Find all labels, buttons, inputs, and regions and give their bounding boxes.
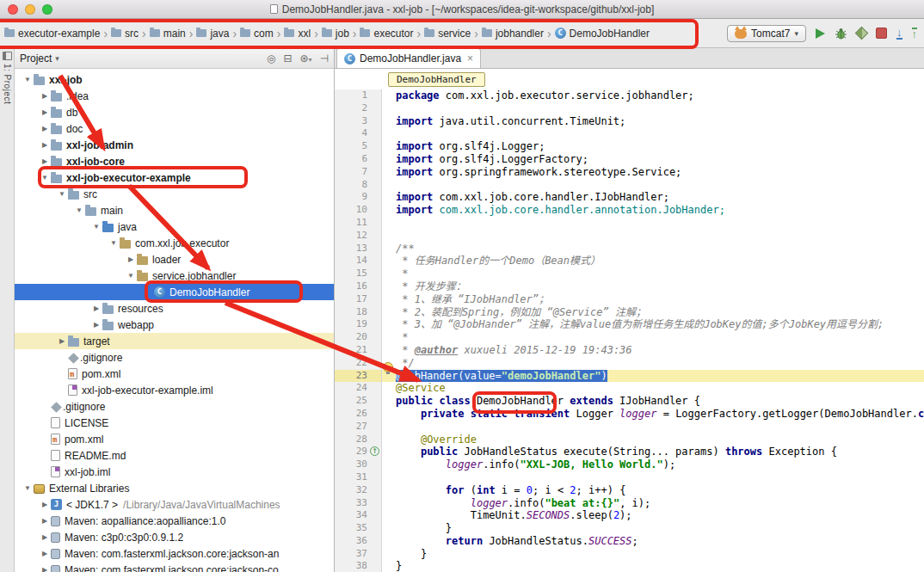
tree-item-license[interactable]: LICENSE (15, 415, 334, 431)
breadcrumb-item-com[interactable]: com (237, 26, 276, 41)
line-number-gutter[interactable]: 24 (335, 382, 382, 395)
line-number-gutter[interactable]: 19 (335, 318, 382, 331)
tree-toggle-icon[interactable]: ▶ (90, 304, 102, 312)
tree-toggle-icon[interactable]: ▶ (39, 92, 51, 100)
breadcrumb-item-xxl[interactable]: xxl (281, 26, 313, 41)
tree-item-java[interactable]: ▼java (15, 218, 334, 235)
settings-gear-icon[interactable]: ⊛▾ (299, 52, 311, 65)
line-number-gutter[interactable]: 7 (335, 166, 382, 179)
tree-item-xxl-job[interactable]: ▼xxl-job (15, 71, 334, 88)
code-text[interactable]: * (382, 268, 924, 280)
tree-toggle-icon[interactable]: ▼ (125, 272, 137, 280)
breadcrumb-item-executor-example[interactable]: executor-example (2, 26, 102, 41)
tree-item-idea[interactable]: ▶.idea (15, 88, 334, 104)
code-text[interactable]: return JobHandleStatus.SUCCESS; (382, 535, 924, 548)
vcs-commit-button[interactable]: ↑ (912, 28, 918, 40)
code-text[interactable]: logger.info("XXL-JOB, Hello World."); (382, 458, 924, 471)
code-text[interactable]: logger.info("beat at:{}", i); (382, 497, 924, 510)
code-text[interactable] (382, 217, 924, 230)
line-number-gutter[interactable]: 11 (335, 217, 382, 230)
code-text[interactable]: @Override (382, 434, 924, 446)
line-number-gutter[interactable]: 15 (335, 268, 382, 280)
debug-button[interactable] (835, 28, 847, 40)
tree-toggle-icon[interactable]: ▶ (56, 337, 68, 345)
tree-item-xxl-job-iml[interactable]: xxl-job.iml (15, 464, 334, 480)
code-text[interactable]: private static transient Logger logger =… (382, 408, 924, 421)
close-tab-icon[interactable]: × (467, 52, 473, 65)
tree-toggle-icon[interactable]: ▶ (39, 533, 51, 541)
line-number-gutter[interactable]: 16 (335, 280, 382, 293)
code-text[interactable]: } (382, 548, 924, 561)
tree-item-service-jobhandler[interactable]: ▼service.jobhandler (15, 268, 334, 284)
tree-item-pom-xml[interactable]: pom.xml (15, 431, 334, 447)
breadcrumb-item-src[interactable]: src (108, 26, 141, 41)
code-text[interactable]: /** (382, 243, 924, 255)
code-text[interactable]: @Service (382, 382, 924, 395)
line-number-gutter[interactable]: 32 (335, 484, 382, 497)
breadcrumb-item-jobhandler[interactable]: jobhandler (479, 26, 546, 41)
minimize-window-button[interactable] (25, 4, 35, 15)
code-text[interactable]: * 开发步骤： (382, 280, 924, 293)
line-number-gutter[interactable]: 14 (335, 255, 382, 268)
tree-item-db[interactable]: ▶db (15, 104, 334, 120)
code-text[interactable]: for (int i = 0; i < 2; i++) { (382, 484, 924, 497)
tree-item-maven-com-fasterxml-jackson-core-jackson-an[interactable]: ▶Maven: com.fasterxml.jackson.core:jacks… (15, 545, 334, 562)
line-number-gutter[interactable]: 23 (335, 370, 382, 383)
tree-item-demojobhandler[interactable]: CDemoJobHandler (15, 284, 334, 300)
code-text[interactable]: } (382, 522, 924, 535)
code-text[interactable]: public class DemoJobHandler extends IJob… (382, 395, 924, 408)
line-number-gutter[interactable]: 17 (335, 293, 382, 306)
tree-item-pom-xml[interactable]: pom.xml (15, 366, 334, 382)
tree-toggle-icon[interactable]: ▼ (39, 174, 51, 181)
code-text[interactable]: * 任务Handler的一个Demo（Bean模式） (382, 255, 924, 268)
line-number-gutter[interactable]: 1 (335, 89, 382, 102)
code-text[interactable]: */ (382, 357, 924, 370)
tree-item-gitignore[interactable]: .gitignore (15, 349, 334, 366)
close-window-button[interactable] (8, 4, 18, 15)
project-panel-title-selector[interactable]: Project ▾ (20, 52, 267, 65)
tree-item-xxl-job-core[interactable]: ▶xxl-job-core (15, 153, 334, 169)
breadcrumb-chip-class[interactable]: DemoJobHandler (388, 72, 485, 87)
line-number-gutter[interactable]: 36 (335, 535, 382, 548)
project-tool-window-button[interactable]: 1: Project (0, 48, 14, 104)
code-text[interactable]: import org.slf4j.Logger; (382, 140, 924, 153)
line-number-gutter[interactable]: 6 (335, 153, 382, 166)
line-number-gutter[interactable]: 30 (335, 458, 382, 471)
code-text[interactable]: TimeUnit.SECONDS.sleep(2); (382, 509, 924, 522)
line-number-gutter[interactable]: 35 (335, 522, 382, 535)
collapse-all-icon[interactable]: ⊟ (283, 52, 292, 65)
tree-toggle-icon[interactable]: ▶ (39, 108, 51, 116)
code-text[interactable] (382, 179, 924, 192)
tree-toggle-icon[interactable]: ▼ (108, 239, 120, 247)
line-number-gutter[interactable]: 33 (335, 497, 382, 510)
tree-toggle-icon[interactable]: ▶ (90, 321, 102, 329)
tree-toggle-icon[interactable]: ▶ (39, 157, 51, 165)
code-text[interactable]: public JobHandleStatus execute(String...… (382, 446, 924, 458)
hide-panel-icon[interactable]: ⊣ (320, 52, 329, 65)
tree-item-doc[interactable]: ▶doc (15, 120, 334, 137)
editor-tab-demojobhandler[interactable]: C DemoJobHandler.java × (336, 48, 481, 68)
tree-toggle-icon[interactable]: ▶ (125, 255, 137, 263)
tree-item-com-xxl-job-executor[interactable]: ▼com.xxl.job.executor (15, 235, 334, 251)
vcs-update-button[interactable]: ↓ (896, 28, 902, 40)
intention-bulb-icon[interactable] (383, 362, 393, 372)
tree-item-target[interactable]: ▶target (15, 333, 334, 349)
breadcrumb-item-demojobhandler[interactable]: CDemoJobHandler (552, 26, 652, 41)
code-text[interactable]: package com.xxl.job.executor.service.job… (382, 89, 924, 102)
tree-item-readme-md[interactable]: README.md (15, 447, 334, 464)
tree-toggle-icon[interactable]: ▼ (22, 484, 34, 492)
breadcrumb-item-service[interactable]: service (422, 26, 473, 41)
line-number-gutter[interactable]: 27 (335, 421, 382, 434)
line-number-gutter[interactable]: 28 (335, 434, 382, 446)
line-number-gutter[interactable]: 10 (335, 204, 382, 217)
line-number-gutter[interactable]: 12 (335, 230, 382, 243)
line-number-gutter[interactable]: 8 (335, 179, 382, 192)
tree-item-xxl-job-executor-example-iml[interactable]: xxl-job-executor-example.iml (15, 382, 334, 398)
tree-toggle-icon[interactable]: ▼ (56, 190, 68, 198)
tree-item-xxl-job-admin[interactable]: ▶xxl-job-admin (15, 137, 334, 153)
code-text[interactable] (382, 102, 924, 115)
zoom-window-button[interactable] (42, 4, 52, 15)
tree-item-webapp[interactable]: ▶webapp (15, 317, 334, 333)
code-text[interactable]: * 2、装配到Spring，例如加 “@Service” 注解； (382, 306, 924, 319)
tree-toggle-icon[interactable]: ▼ (22, 76, 34, 83)
